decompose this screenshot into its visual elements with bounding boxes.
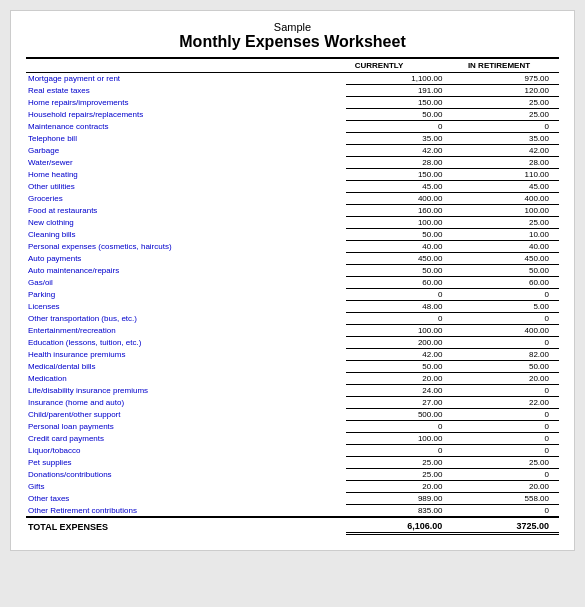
row-currently: 42.00 [346, 145, 453, 157]
row-retirement: 0 [452, 313, 559, 325]
row-retirement: 40.00 [452, 241, 559, 253]
table-row: Other utilities45.0045.00 [26, 181, 559, 193]
row-currently: 6,106.00 [346, 517, 453, 534]
row-currently: 35.00 [346, 133, 453, 145]
row-label: Credit card payments [26, 433, 346, 445]
table-row: Auto payments450.00450.00 [26, 253, 559, 265]
table-row: New clothing100.0025.00 [26, 217, 559, 229]
table-row: Liquor/tobacco00 [26, 445, 559, 457]
row-retirement: 20.00 [452, 481, 559, 493]
row-retirement: 22.00 [452, 397, 559, 409]
row-retirement: 0 [452, 433, 559, 445]
table-row: Maintenance contracts00 [26, 121, 559, 133]
table-row: Cleaning bills50.0010.00 [26, 229, 559, 241]
table-row: Licenses48.005.00 [26, 301, 559, 313]
row-label: Other taxes [26, 493, 346, 505]
table-row: Education (lessons, tuition, etc.)200.00… [26, 337, 559, 349]
row-label: Parking [26, 289, 346, 301]
table-row: Entertainment/recreation100.00400.00 [26, 325, 559, 337]
row-retirement: 10.00 [452, 229, 559, 241]
row-currently: 200.00 [346, 337, 453, 349]
table-row: Health insurance premiums42.0082.00 [26, 349, 559, 361]
table-row: Pet supplies25.0025.00 [26, 457, 559, 469]
row-label: Medical/dental bills [26, 361, 346, 373]
row-retirement: 45.00 [452, 181, 559, 193]
row-currently: 0 [346, 313, 453, 325]
table-row: Medical/dental bills50.0050.00 [26, 361, 559, 373]
title-sample: Sample [26, 21, 559, 33]
row-label: Insurance (home and auto) [26, 397, 346, 409]
row-label: TOTAL EXPENSES [26, 517, 346, 534]
row-currently: 400.00 [346, 193, 453, 205]
table-row: Groceries400.00400.00 [26, 193, 559, 205]
header-row: CURRENTLY IN RETIREMENT [26, 57, 559, 73]
row-currently: 0 [346, 121, 453, 133]
row-label: Garbage [26, 145, 346, 157]
row-label: Groceries [26, 193, 346, 205]
table-row: Insurance (home and auto)27.0022.00 [26, 397, 559, 409]
row-label: Mortgage payment or rent [26, 73, 346, 85]
row-label: Other transportation (bus, etc.) [26, 313, 346, 325]
row-currently: 989.00 [346, 493, 453, 505]
table-row: Other Retirement contributions835.000 [26, 505, 559, 518]
row-retirement: 35.00 [452, 133, 559, 145]
row-retirement: 42.00 [452, 145, 559, 157]
row-retirement: 0 [452, 445, 559, 457]
row-label: Home repairs/improvements [26, 97, 346, 109]
row-currently: 40.00 [346, 241, 453, 253]
row-label: Cleaning bills [26, 229, 346, 241]
row-retirement: 400.00 [452, 193, 559, 205]
total-row: TOTAL EXPENSES6,106.003725.00 [26, 517, 559, 534]
row-retirement: 20.00 [452, 373, 559, 385]
row-currently: 27.00 [346, 397, 453, 409]
row-retirement: 400.00 [452, 325, 559, 337]
row-retirement: 50.00 [452, 361, 559, 373]
table-row: Water/sewer28.0028.00 [26, 157, 559, 169]
table-row: Gifts20.0020.00 [26, 481, 559, 493]
header-currently: CURRENTLY [319, 61, 439, 70]
row-label: Household repairs/replacements [26, 109, 346, 121]
row-label: Food at restaurants [26, 205, 346, 217]
row-retirement: 100.00 [452, 205, 559, 217]
row-currently: 50.00 [346, 229, 453, 241]
row-label: Education (lessons, tuition, etc.) [26, 337, 346, 349]
table-row: Personal loan payments00 [26, 421, 559, 433]
table-row: Household repairs/replacements50.0025.00 [26, 109, 559, 121]
row-currently: 450.00 [346, 253, 453, 265]
table-row: Personal expenses (cosmetics, haircuts)4… [26, 241, 559, 253]
row-label: Donations/contributions [26, 469, 346, 481]
row-retirement: 558.00 [452, 493, 559, 505]
row-label: Auto maintenance/repairs [26, 265, 346, 277]
row-currently: 0 [346, 421, 453, 433]
row-label: Real estate taxes [26, 85, 346, 97]
row-retirement: 0 [452, 421, 559, 433]
row-label: Life/disability insurance premiums [26, 385, 346, 397]
row-retirement: 450.00 [452, 253, 559, 265]
row-currently: 42.00 [346, 349, 453, 361]
row-currently: 0 [346, 289, 453, 301]
row-currently: 100.00 [346, 433, 453, 445]
row-label: Licenses [26, 301, 346, 313]
row-label: Other utilities [26, 181, 346, 193]
table-row: Other transportation (bus, etc.)00 [26, 313, 559, 325]
row-currently: 60.00 [346, 277, 453, 289]
row-label: Maintenance contracts [26, 121, 346, 133]
row-label: Gas/oil [26, 277, 346, 289]
row-retirement: 0 [452, 289, 559, 301]
row-currently: 50.00 [346, 361, 453, 373]
worksheet-container: Sample Monthly Expenses Worksheet CURREN… [10, 10, 575, 551]
row-label: Water/sewer [26, 157, 346, 169]
row-currently: 100.00 [346, 217, 453, 229]
row-label: Child/parent/other support [26, 409, 346, 421]
row-retirement: 110.00 [452, 169, 559, 181]
table-row: Child/parent/other support500.000 [26, 409, 559, 421]
row-label: Other Retirement contributions [26, 505, 346, 518]
table-row: Mortgage payment or rent1,100.00975.00 [26, 73, 559, 85]
table-row: Home repairs/improvements150.0025.00 [26, 97, 559, 109]
table-row: Medication20.0020.00 [26, 373, 559, 385]
row-currently: 48.00 [346, 301, 453, 313]
row-label: Home heating [26, 169, 346, 181]
row-retirement: 28.00 [452, 157, 559, 169]
row-label: New clothing [26, 217, 346, 229]
row-retirement: 0 [452, 505, 559, 518]
